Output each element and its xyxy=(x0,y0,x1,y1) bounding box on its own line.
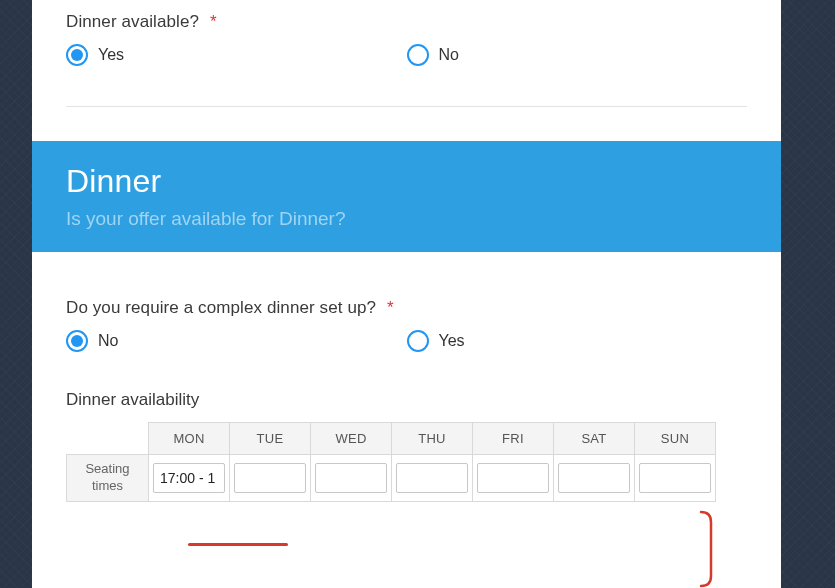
radio-group: Yes No xyxy=(66,44,747,66)
radio-group: No Yes xyxy=(66,330,747,352)
radio-option-yes[interactable]: Yes xyxy=(66,44,407,66)
divider xyxy=(66,106,747,107)
day-header-sun: SUN xyxy=(635,423,716,455)
day-header-sat: SAT xyxy=(554,423,635,455)
time-input-tue[interactable] xyxy=(234,463,306,493)
day-header-wed: WED xyxy=(311,423,392,455)
banner-subtitle: Is your offer available for Dinner? xyxy=(66,208,747,230)
radio-label: Yes xyxy=(439,332,465,350)
day-header-thu: THU xyxy=(392,423,473,455)
day-header-mon: MON xyxy=(149,423,230,455)
availability-table: MON TUE WED THU FRI SAT SUN Seating time… xyxy=(66,422,716,502)
radio-label: No xyxy=(439,46,459,64)
radio-circle-icon[interactable] xyxy=(407,330,429,352)
radio-label: Yes xyxy=(98,46,124,64)
label-text: Dinner available? xyxy=(66,12,199,31)
table-header-row: MON TUE WED THU FRI SAT SUN xyxy=(67,423,716,455)
radio-circle-icon[interactable] xyxy=(66,44,88,66)
time-input-sun[interactable] xyxy=(639,463,711,493)
radio-option-no[interactable]: No xyxy=(407,44,748,66)
form-container: Dinner available? * Yes No Dinner Is you… xyxy=(32,0,781,588)
time-input-mon[interactable] xyxy=(153,463,225,493)
radio-circle-icon[interactable] xyxy=(66,330,88,352)
radio-circle-icon[interactable] xyxy=(407,44,429,66)
time-input-thu[interactable] xyxy=(396,463,468,493)
row-label: Seating times xyxy=(67,455,149,502)
question-complex-setup: Do you require a complex dinner set up? … xyxy=(32,252,781,352)
question-label: Do you require a complex dinner set up? … xyxy=(66,298,747,318)
availability-label: Dinner availability xyxy=(66,390,747,410)
required-asterisk: * xyxy=(387,298,394,317)
time-input-fri[interactable] xyxy=(477,463,549,493)
availability-section: Dinner availability MON TUE WED THU FRI … xyxy=(32,352,781,502)
time-input-wed[interactable] xyxy=(315,463,387,493)
radio-option-yes[interactable]: Yes xyxy=(407,330,748,352)
question-dinner-available: Dinner available? * Yes No xyxy=(32,0,781,66)
banner-title: Dinner xyxy=(66,163,747,200)
radio-option-no[interactable]: No xyxy=(66,330,407,352)
section-banner-dinner: Dinner Is your offer available for Dinne… xyxy=(32,141,781,252)
time-input-sat[interactable] xyxy=(558,463,630,493)
question-label: Dinner available? * xyxy=(66,12,747,32)
required-asterisk: * xyxy=(210,12,217,31)
label-text: Do you require a complex dinner set up? xyxy=(66,298,376,317)
day-header-tue: TUE xyxy=(230,423,311,455)
radio-label: No xyxy=(98,332,118,350)
day-header-fri: FRI xyxy=(473,423,554,455)
table-row: Seating times xyxy=(67,455,716,502)
